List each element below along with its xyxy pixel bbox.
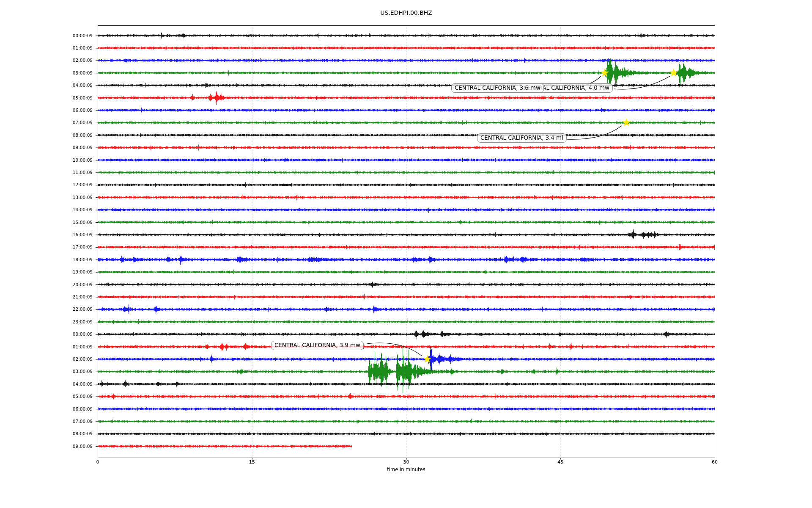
seismogram-figure: US.EDHPI.00.BHZ 00:00:0901:00:0902:00:09… — [0, 0, 812, 508]
trace-time-label: 17:00:09 — [0, 244, 93, 250]
event-annotation: CENTRAL CALIFORNIA, 3.9 mw — [271, 341, 364, 350]
trace-time-label: 05:00:09 — [0, 393, 93, 400]
trace-time-label: 00:00:09 — [0, 33, 93, 39]
trace-time-label: 20:00:09 — [0, 282, 93, 288]
trace-time-label: 19:00:09 — [0, 269, 93, 275]
trace-time-label: 03:00:09 — [0, 368, 93, 375]
trace-time-label: 23:00:09 — [0, 319, 93, 325]
trace-time-label: 07:00:09 — [0, 418, 93, 425]
trace-time-label: 22:00:09 — [0, 306, 93, 312]
trace-time-label: 10:00:09 — [0, 157, 93, 163]
trace-time-label: 05:00:09 — [0, 95, 93, 101]
trace-time-label: 18:00:09 — [0, 257, 93, 263]
trace-time-label: 15:00:09 — [0, 219, 93, 226]
x-axis-title: time in minutes — [98, 467, 715, 473]
x-tick-label: 45 — [548, 459, 573, 465]
trace-time-label: 04:00:09 — [0, 82, 93, 88]
trace-time-label: 14:00:09 — [0, 207, 93, 213]
event-annotation: CENTRAL CALIFORNIA, 3.4 ml — [477, 133, 567, 143]
trace-time-label: 12:00:09 — [0, 182, 93, 188]
trace-time-label: 16:00:09 — [0, 232, 93, 238]
trace-time-label: 01:00:09 — [0, 344, 93, 350]
trace-time-label: 07:00:09 — [0, 119, 93, 126]
trace-time-label: 04:00:09 — [0, 381, 93, 387]
trace-time-label: 02:00:09 — [0, 57, 93, 64]
trace-time-label: 06:00:09 — [0, 406, 93, 412]
trace-time-label: 06:00:09 — [0, 107, 93, 113]
trace-time-label: 21:00:09 — [0, 294, 93, 300]
trace-time-label: 03:00:09 — [0, 70, 93, 76]
event-annotation: CENTRAL CALIFORNIA, 3.6 mw — [451, 83, 544, 93]
trace-time-label: 13:00:09 — [0, 194, 93, 201]
chart-title: US.EDHPI.00.BHZ — [98, 9, 715, 17]
seismogram-canvas — [0, 0, 812, 508]
x-tick-label: 60 — [702, 459, 727, 465]
trace-time-label: 09:00:09 — [0, 443, 93, 450]
trace-time-label: 08:00:09 — [0, 132, 93, 138]
trace-time-label: 02:00:09 — [0, 356, 93, 362]
x-tick-label: 30 — [394, 459, 419, 465]
trace-time-label: 01:00:09 — [0, 45, 93, 51]
x-tick-label: 0 — [85, 459, 110, 465]
trace-time-label: 00:00:09 — [0, 331, 93, 337]
trace-time-label: 08:00:09 — [0, 431, 93, 437]
trace-time-label: 11:00:09 — [0, 169, 93, 176]
x-tick-label: 15 — [239, 459, 265, 465]
trace-time-label: 09:00:09 — [0, 144, 93, 151]
